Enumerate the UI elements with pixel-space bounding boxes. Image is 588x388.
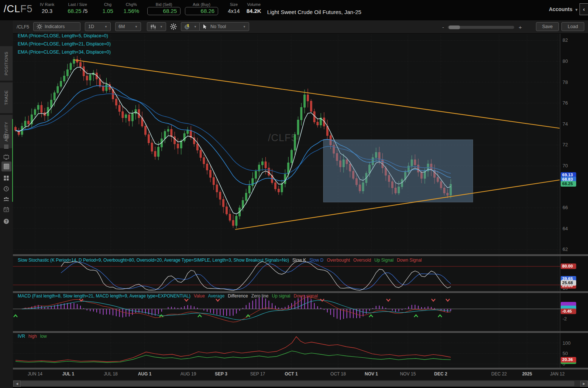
- sidebar-item-history[interactable]: [3, 186, 10, 192]
- field-label: Volume: [247, 2, 261, 7]
- stochastic-legend: Slow KSlow DOverboughtOversoldUp SignalD…: [292, 258, 425, 263]
- chart-type-dropdown[interactable]: ▼: [147, 22, 166, 31]
- legend-item: Oversold: [353, 258, 371, 263]
- chevron-down-icon: ▼: [131, 25, 138, 28]
- legend-item: Difference: [228, 293, 248, 299]
- svg-text:?: ?: [5, 219, 7, 224]
- time-tick-label: JUL 1: [62, 371, 74, 377]
- header-field-iv-rank: IV Rank20.3: [40, 2, 54, 14]
- price-tick-label: 66: [563, 205, 568, 210]
- time-tick-label: 2025: [522, 371, 532, 377]
- zoom-out-button[interactable]: -: [442, 24, 444, 30]
- header-field-ask-buy-: Ask (Buy)68.26: [185, 2, 218, 15]
- chevron-left-icon: ‹: [583, 6, 585, 12]
- price-tick-label: 74: [563, 121, 568, 127]
- chart-scrollbar[interactable]: ◀ ▶: [13, 380, 588, 387]
- time-tick-label: DEC 2: [434, 371, 447, 377]
- stochastic-header[interactable]: Slow Stochastic (K Period=14, D Period=9…: [18, 258, 429, 263]
- header-field-bid-sell-: Bid (Sell)68.25: [147, 2, 180, 15]
- macd-header[interactable]: MACD (Fast length=8, Slow length=21, MAC…: [18, 293, 324, 299]
- price-tick-label: 72: [563, 142, 568, 147]
- chart-settings-button[interactable]: [170, 23, 177, 32]
- field-value: 84.2K: [247, 8, 261, 14]
- save-button[interactable]: Save: [536, 22, 559, 31]
- ivr-title[interactable]: IVR: [18, 334, 25, 339]
- sidebar-tab-trade[interactable]: TRADE: [0, 82, 13, 113]
- indicators-button[interactable]: Indicators: [33, 22, 80, 31]
- timeframe-dropdown[interactable]: 1D▼: [85, 22, 111, 31]
- field-value[interactable]: 68.25: [147, 7, 180, 15]
- ivr-header[interactable]: IVRhighlow: [18, 334, 54, 339]
- sidebar-item-charts-selected[interactable]: [3, 163, 10, 170]
- field-label: Chg%: [126, 2, 137, 7]
- field-label: IV Rank: [40, 2, 54, 7]
- field-label: Chg: [104, 2, 111, 7]
- zoom-slider-handle[interactable]: [449, 25, 460, 29]
- panel-divider[interactable]: [13, 331, 588, 333]
- stochastic-badge: 80.00: [561, 263, 576, 269]
- indicator-burst-icon: [37, 24, 42, 30]
- sidebar-tab-positions[interactable]: POSITIONS: [0, 46, 13, 81]
- panel-divider[interactable]: [13, 368, 588, 370]
- panel-divider[interactable]: [13, 254, 588, 256]
- users-icon: [3, 196, 10, 202]
- legend-item: Slow D: [309, 258, 323, 263]
- chart-toolbar: /CLF5 Indicators 1D▼ 6M▼ ▼: [13, 20, 588, 34]
- stochastic-badge: 25.68: [561, 280, 576, 286]
- sidebar-item-apps[interactable]: [3, 175, 10, 181]
- load-button[interactable]: Load: [561, 22, 584, 31]
- ema34-label[interactable]: EMA (Price=CLOSE, Length=34, Displace=0): [18, 50, 111, 55]
- sidebar-item-news[interactable]: [3, 133, 10, 140]
- time-tick-label: NOV 15: [400, 371, 416, 377]
- help-icon: ?: [3, 218, 10, 225]
- legend-item: Average: [208, 293, 224, 299]
- scrollbar-thumb[interactable]: [21, 381, 574, 386]
- chart-canvas[interactable]: [0, 0, 588, 388]
- chevron-down-icon: ▼: [575, 8, 578, 12]
- price-axis-border: [560, 33, 560, 370]
- ema21-label[interactable]: EMA (Price=CLOSE, Length=21, Displace=0): [18, 41, 111, 47]
- legend-item: Up Signal: [374, 258, 393, 263]
- field-value[interactable]: 68.26: [185, 7, 218, 15]
- cursor-icon: [203, 24, 207, 29]
- left-sidebar: POSITIONSTRADEACTIVITY: [0, 20, 13, 388]
- quote-header: /CLF5 IV Rank20.3Last / Size68.25 /5Chg1…: [0, 0, 588, 20]
- legend-item: Slow K: [292, 258, 306, 263]
- scroll-right-arrow-icon[interactable]: ▶: [580, 381, 588, 387]
- time-tick-label: OCT 18: [330, 371, 346, 377]
- sidebar-item-watchlist[interactable]: [3, 143, 10, 150]
- panel-divider[interactable]: [13, 291, 588, 293]
- time-tick-label: SEP 17: [250, 371, 265, 377]
- calendar-icon: [3, 206, 10, 213]
- time-tick-label: DEC 22: [491, 371, 507, 377]
- drawing-tool-dropdown[interactable]: No Tool▼: [199, 22, 249, 31]
- symbol-title: /CLF5: [4, 3, 33, 15]
- legend-item: Down Signal: [397, 258, 422, 263]
- price-badge: 68.25: [561, 181, 576, 187]
- legend-item: Value: [194, 293, 205, 299]
- macd-title[interactable]: MACD (Fast length=8, Slow length=21, MAC…: [18, 293, 190, 299]
- macd-tick-label: -2: [563, 316, 567, 321]
- legend-item: Up signal: [272, 293, 290, 299]
- ema5-label[interactable]: EMA (Price=CLOSE, Length=5, Displace=0): [18, 33, 108, 38]
- zoom-in-button[interactable]: +: [519, 24, 522, 30]
- time-tick-label: NOV 1: [365, 371, 378, 377]
- accounts-menu[interactable]: Accounts▼: [549, 6, 578, 12]
- collapse-panel-button[interactable]: ‹: [580, 3, 588, 15]
- scroll-left-arrow-icon[interactable]: ◀: [13, 381, 21, 387]
- sidebar-item-community[interactable]: [3, 196, 10, 202]
- sidebar-item-monitor[interactable]: [3, 154, 10, 160]
- macd-badge: -0.45: [561, 309, 576, 314]
- chevron-down-icon: ▼: [239, 25, 246, 28]
- range-dropdown[interactable]: 6M▼: [115, 22, 141, 31]
- stochastic-title[interactable]: Slow Stochastic (K Period=14, D Period=9…: [18, 258, 289, 263]
- sidebar-item-calendar[interactable]: [3, 206, 10, 213]
- legend-item: Down signal: [294, 293, 318, 299]
- grid-view-dropdown[interactable]: ▼: [181, 22, 200, 31]
- sidebar-item-help[interactable]: ?: [3, 218, 10, 225]
- field-value: 68.25 /5: [68, 8, 87, 14]
- chart-grid-icon: [3, 163, 10, 170]
- price-tick-label: 80: [563, 58, 568, 64]
- time-tick-label: AUG 19: [180, 371, 196, 377]
- toolbar-symbol-label: /CLF5: [17, 24, 29, 30]
